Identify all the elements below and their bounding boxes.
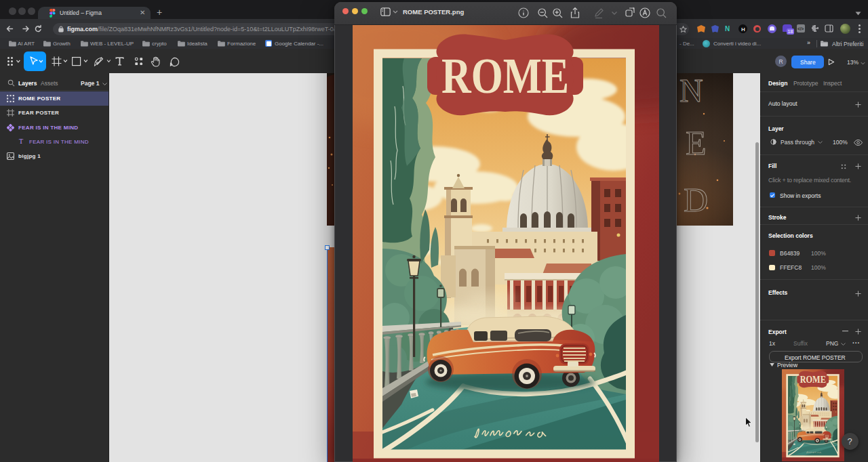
svg-text:E: E — [686, 124, 707, 162]
svg-text:D: D — [684, 181, 708, 219]
